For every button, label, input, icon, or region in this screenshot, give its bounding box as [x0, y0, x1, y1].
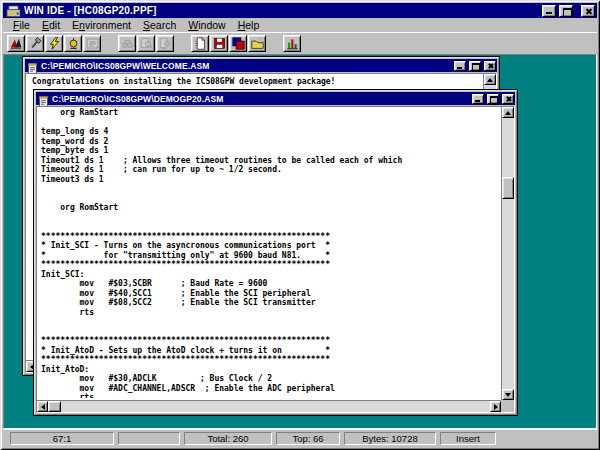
new-file-button[interactable] — [191, 35, 209, 52]
minimize-button[interactable] — [542, 5, 556, 17]
status-cursor-position: 67:1 — [10, 432, 114, 445]
main-title-bar[interactable]: WIN IDE - [HC08GP20.PPF] — [3, 3, 597, 18]
editor-horizontal-scrollbar[interactable] — [37, 400, 501, 412]
register-files-button[interactable] — [83, 35, 101, 52]
document-icon — [27, 60, 38, 71]
simulator-button[interactable] — [26, 35, 44, 52]
save-all-icon — [232, 37, 245, 50]
welcome-message: Congratulations on installing the ICS08G… — [32, 77, 335, 86]
app-icon — [6, 4, 21, 17]
status-bar: 67:1Total: 260Top: 66Bytes: 10728Insert — [3, 429, 597, 447]
right-arrow-icon — [494, 404, 498, 410]
menu-edit[interactable]: Edit — [36, 18, 66, 32]
horizontal-scroll-thumb[interactable] — [48, 401, 61, 412]
down-arrow-icon — [505, 393, 511, 397]
menu-window[interactable]: Window — [182, 18, 231, 32]
scroll-up-button[interactable] — [484, 74, 496, 85]
programmer-icon — [67, 37, 80, 50]
window-title: WIN IDE - [HC08GP20.PPF] — [24, 5, 539, 16]
simulator-icon — [29, 37, 42, 50]
up-arrow-icon — [505, 111, 511, 115]
find-next-button[interactable] — [137, 35, 155, 52]
menu-bar: FileEditEnvironmentSearchWindowHelp — [3, 18, 597, 33]
bar-chart-button[interactable] — [283, 35, 301, 52]
assembler-button[interactable] — [7, 35, 25, 52]
replace-icon — [159, 37, 172, 50]
new-file-icon — [194, 37, 207, 50]
status-top-line: Top: 66 — [276, 432, 340, 445]
editor-close-button[interactable] — [502, 94, 514, 104]
status-total-lines: Total: 260 — [184, 432, 272, 445]
save-file-button[interactable] — [210, 35, 228, 52]
welcome-window-title: C:\PEMICRO\ICS08GPW\WELCOME.ASM — [41, 61, 451, 71]
status-spare — [118, 432, 180, 445]
status-byte-count: Bytes: 10728 — [344, 432, 436, 445]
save-all-button[interactable] — [229, 35, 247, 52]
menu-environment[interactable]: Environment — [66, 18, 137, 32]
scroll-up-button[interactable] — [502, 107, 514, 118]
document-icon — [38, 93, 49, 104]
editor-maximize-button[interactable] — [487, 94, 499, 104]
toolbar — [3, 33, 597, 54]
win-ide-main-window: WIN IDE - [HC08GP20.PPF] FileEditEnviron… — [0, 0, 600, 450]
welcome-title-bar[interactable]: C:\PEMICRO\ICS08GPW\WELCOME.ASM — [25, 59, 497, 72]
status-insert-mode: Insert — [440, 432, 496, 445]
menu-help[interactable]: Help — [232, 18, 266, 32]
scroll-left-button[interactable] — [37, 401, 48, 412]
maximize-button[interactable] — [559, 5, 573, 17]
open-folder-icon — [251, 37, 264, 50]
editor-vertical-scrollbar[interactable] — [501, 107, 514, 400]
register-files-icon — [86, 37, 99, 50]
scrollbar-corner — [501, 400, 514, 412]
programmer-button[interactable] — [64, 35, 82, 52]
close-button[interactable] — [581, 5, 595, 17]
editor-code[interactable]: org RamStart temp_long ds 4 temp_word ds… — [41, 108, 496, 398]
save-file-icon — [213, 37, 226, 50]
find-icon — [121, 37, 134, 50]
welcome-minimize-button[interactable] — [454, 61, 466, 71]
editor-title-bar[interactable]: C:\PEMICRO\ICS08GPW\DEMOGP20.ASM — [36, 92, 515, 105]
editor-area[interactable]: org RamStart temp_long ds 4 temp_word ds… — [36, 106, 515, 413]
demogp20-asm-window[interactable]: C:\PEMICRO\ICS08GPW\DEMOGP20.ASM org Ram… — [34, 90, 517, 415]
up-arrow-icon — [487, 78, 493, 82]
mdi-workspace: C:\PEMICRO\ICS08GPW\WELCOME.ASM Congratu… — [3, 54, 597, 429]
vertical-scroll-thumb[interactable] — [502, 177, 514, 199]
find-button[interactable] — [118, 35, 136, 52]
assembler-icon — [10, 37, 23, 50]
left-arrow-icon — [30, 364, 34, 370]
bar-chart-icon — [286, 37, 299, 50]
welcome-maximize-button[interactable] — [469, 61, 481, 71]
debugger-button[interactable] — [45, 35, 63, 52]
left-arrow-icon — [41, 404, 45, 410]
find-next-icon — [140, 37, 153, 50]
replace-button[interactable] — [156, 35, 174, 52]
scroll-down-button[interactable] — [502, 389, 514, 400]
welcome-close-button[interactable] — [484, 61, 496, 71]
menu-search[interactable]: Search — [137, 18, 182, 32]
editor-minimize-button[interactable] — [472, 94, 484, 104]
menu-file[interactable]: File — [7, 18, 36, 32]
editor-window-title: C:\PEMICRO\ICS08GPW\DEMOGP20.ASM — [52, 94, 469, 104]
scroll-right-button[interactable] — [490, 401, 501, 412]
debugger-icon — [48, 37, 61, 50]
open-folder-button[interactable] — [248, 35, 266, 52]
